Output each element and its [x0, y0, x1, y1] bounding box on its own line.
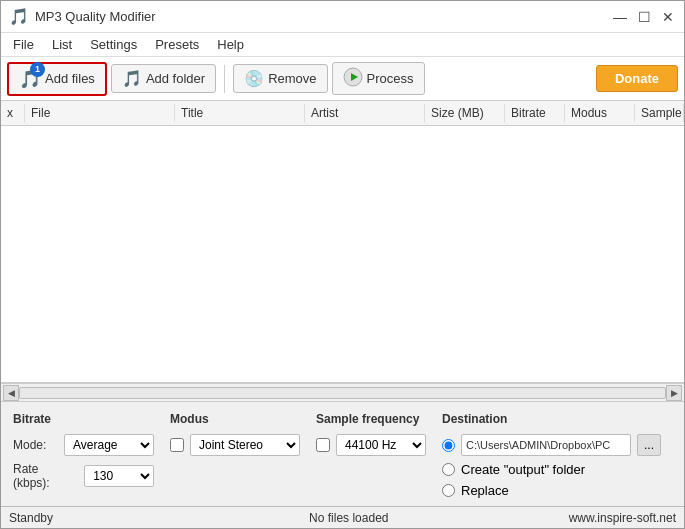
col-header-title: Title — [175, 104, 305, 122]
col-header-samplefr: Sample fr... — [635, 104, 684, 122]
toolbar-separator — [224, 65, 225, 93]
mode-label: Mode: — [13, 438, 58, 452]
minimize-button[interactable]: — — [612, 9, 628, 25]
destination-path-row: C:\Users\ADMIN\Dropbox\PC ... — [442, 434, 685, 456]
mode-select[interactable]: Average Constant Variable — [64, 434, 154, 456]
destination-output-row: Create "output" folder — [442, 462, 685, 477]
col-header-x: x — [1, 104, 25, 122]
remove-icon: 💿 — [244, 69, 264, 88]
destination-path-field: C:\Users\ADMIN\Dropbox\PC — [461, 434, 631, 456]
process-label: Process — [367, 71, 414, 86]
table-body — [1, 126, 684, 382]
table-header: x File Title Artist Size (MB) Bitrate Mo… — [1, 101, 684, 126]
status-right: www.inspire-soft.net — [569, 511, 676, 525]
scroll-right-arrow[interactable]: ▶ — [666, 385, 682, 401]
modus-group: Modus Joint Stereo Stereo Mono — [170, 412, 300, 498]
menu-file[interactable]: File — [5, 35, 42, 54]
sample-freq-group: Sample frequency 44100 Hz 48000 Hz 32000… — [316, 412, 426, 498]
browse-button[interactable]: ... — [637, 434, 661, 456]
settings-panel: Bitrate Mode: Average Constant Variable … — [1, 401, 684, 506]
donate-button[interactable]: Donate — [596, 65, 678, 92]
badge-wrapper: 🎵 1 — [19, 68, 41, 90]
add-folder-label: Add folder — [146, 71, 205, 86]
scroll-left-arrow[interactable]: ◀ — [3, 385, 19, 401]
modus-row: Joint Stereo Stereo Mono — [170, 434, 300, 456]
output-folder-label: Create "output" folder — [461, 462, 585, 477]
play-icon — [343, 67, 363, 90]
modus-select[interactable]: Joint Stereo Stereo Mono — [190, 434, 300, 456]
menu-settings[interactable]: Settings — [82, 35, 145, 54]
remove-label: Remove — [268, 71, 316, 86]
destination-replace-row: Replace — [442, 483, 685, 498]
add-files-label: Add files — [45, 71, 95, 86]
title-bar-left: 🎵 MP3 Quality Modifier — [9, 7, 156, 26]
sample-freq-row: 44100 Hz 48000 Hz 32000 Hz 22050 Hz — [316, 434, 426, 456]
scrollbar-area[interactable]: ◀ ▶ — [1, 383, 684, 401]
bitrate-label: Bitrate — [13, 412, 154, 426]
menu-presets[interactable]: Presets — [147, 35, 207, 54]
col-header-bitrate: Bitrate — [505, 104, 565, 122]
status-bar: Standby No files loaded www.inspire-soft… — [1, 506, 684, 528]
modus-label: Modus — [170, 412, 300, 426]
scrollbar-track[interactable] — [19, 387, 666, 399]
destination-output-radio[interactable] — [442, 463, 455, 476]
menu-list[interactable]: List — [44, 35, 80, 54]
modus-checkbox[interactable] — [170, 438, 184, 452]
add-folder-button[interactable]: 🎵 Add folder — [111, 64, 216, 93]
col-header-file: File — [25, 104, 175, 122]
title-bar-controls: — ☐ ✕ — [612, 9, 676, 25]
col-header-size: Size (MB) — [425, 104, 505, 122]
toolbar: 🎵 1 Add files 🎵 Add folder 💿 Remove Proc… — [1, 57, 684, 101]
file-table-container: x File Title Artist Size (MB) Bitrate Mo… — [1, 101, 684, 383]
folder-icon: 🎵 — [122, 69, 142, 88]
menu-bar: File List Settings Presets Help — [1, 33, 684, 57]
window-title: MP3 Quality Modifier — [35, 9, 156, 24]
bitrate-rate-row: Rate (kbps): 64 96 128 130 160 192 256 3… — [13, 462, 154, 490]
rate-select[interactable]: 64 96 128 130 160 192 256 320 — [84, 465, 154, 487]
remove-button[interactable]: 💿 Remove — [233, 64, 327, 93]
close-button[interactable]: ✕ — [660, 9, 676, 25]
bitrate-group: Bitrate Mode: Average Constant Variable … — [13, 412, 154, 498]
col-header-artist: Artist — [305, 104, 425, 122]
title-bar: 🎵 MP3 Quality Modifier — ☐ ✕ — [1, 1, 684, 33]
destination-path-radio[interactable] — [442, 439, 455, 452]
status-left: Standby — [9, 511, 129, 525]
sample-freq-select[interactable]: 44100 Hz 48000 Hz 32000 Hz 22050 Hz — [336, 434, 426, 456]
process-button[interactable]: Process — [332, 62, 425, 95]
destination-label: Destination — [442, 412, 685, 426]
sample-freq-checkbox[interactable] — [316, 438, 330, 452]
add-files-badge: 1 — [30, 62, 45, 77]
status-center: No files loaded — [129, 511, 569, 525]
maximize-button[interactable]: ☐ — [636, 9, 652, 25]
menu-help[interactable]: Help — [209, 35, 252, 54]
destination-group: Destination C:\Users\ADMIN\Dropbox\PC ..… — [442, 412, 685, 498]
rate-label: Rate (kbps): — [13, 462, 78, 490]
add-files-button[interactable]: 🎵 1 Add files — [7, 62, 107, 96]
bitrate-mode-row: Mode: Average Constant Variable — [13, 434, 154, 456]
sample-freq-label: Sample frequency — [316, 412, 426, 426]
replace-label: Replace — [461, 483, 509, 498]
app-icon: 🎵 — [9, 7, 29, 26]
destination-replace-radio[interactable] — [442, 484, 455, 497]
col-header-modus: Modus — [565, 104, 635, 122]
